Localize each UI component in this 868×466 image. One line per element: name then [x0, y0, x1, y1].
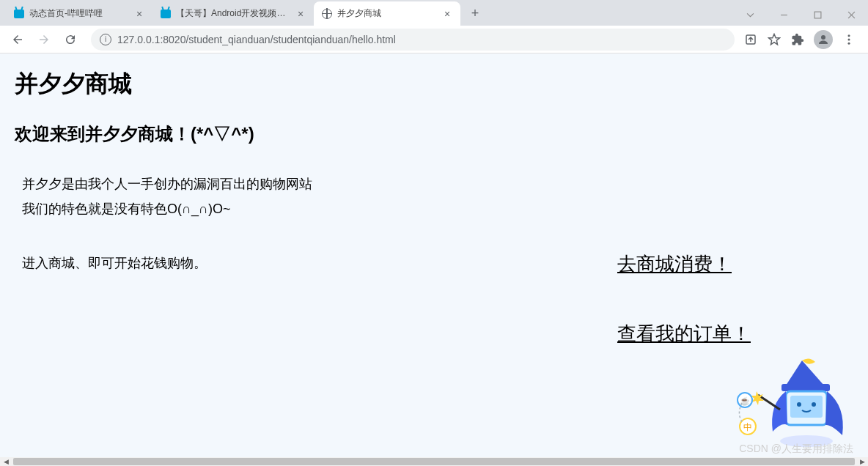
close-icon[interactable]: × — [295, 8, 306, 20]
svg-point-11 — [812, 402, 816, 407]
svg-point-3 — [821, 35, 825, 40]
info-icon[interactable]: i — [100, 34, 111, 45]
new-tab-button[interactable]: + — [465, 4, 485, 24]
tab-bilibili-home[interactable]: 动态首页-哔哩哔哩 × — [6, 1, 152, 26]
reload-button[interactable] — [59, 28, 82, 51]
profile-avatar[interactable] — [814, 30, 833, 49]
minimize-button[interactable] — [767, 4, 801, 26]
bilibili-icon — [13, 8, 25, 20]
view-orders-link[interactable]: 查看我的订单！ — [617, 321, 751, 347]
url-text: 127.0.0.1:8020/student_qianduan/studentq… — [117, 34, 396, 45]
forward-button[interactable] — [32, 28, 56, 51]
tab-bingxixi-shop[interactable]: 并夕夕商城 × — [314, 1, 460, 26]
globe-icon — [321, 8, 333, 20]
close-icon[interactable]: × — [441, 8, 453, 20]
svg-point-6 — [848, 42, 850, 44]
share-icon[interactable] — [743, 32, 758, 47]
tab-title: 并夕夕商城 — [337, 7, 437, 20]
maximize-button[interactable] — [801, 4, 834, 26]
close-icon[interactable]: × — [133, 8, 145, 20]
tab-android-tutorial[interactable]: 【天哥】Android开发视频教程 × — [152, 1, 314, 26]
intro-line-1: 并夕夕是由我个人一手创办的漏洞百出的购物网站 — [22, 175, 853, 193]
bookmark-icon[interactable] — [767, 32, 781, 47]
svg-rect-1 — [814, 12, 821, 18]
svg-rect-9 — [790, 396, 823, 418]
scroll-left-arrow[interactable]: ◀ — [0, 458, 12, 465]
intro-line-2: 我们的特色就是没有特色O(∩_∩)O~ — [22, 200, 853, 218]
scroll-thumb[interactable] — [13, 458, 855, 465]
mascot-image: ☕ 中 — [729, 355, 861, 450]
tab-title: 动态首页-哔哩哔哩 — [29, 7, 129, 20]
horizontal-scrollbar[interactable]: ◀ ▶ — [0, 457, 868, 466]
dropdown-icon[interactable] — [733, 4, 767, 26]
svg-point-10 — [797, 402, 801, 407]
close-window-button[interactable] — [834, 4, 868, 26]
page-content: 并夕夕商城 欢迎来到并夕夕商城！(*^▽^*) 并夕夕是由我个人一手创办的漏洞百… — [0, 53, 868, 457]
browser-tab-bar: 动态首页-哔哩哔哩 × 【天哥】Android开发视频教程 × 并夕夕商城 × … — [0, 0, 868, 26]
bilibili-icon — [160, 8, 172, 20]
extensions-icon[interactable] — [790, 32, 805, 47]
address-bar: i 127.0.0.1:8020/student_qianduan/studen… — [0, 26, 868, 53]
menu-icon[interactable] — [842, 32, 856, 47]
svg-text:中: 中 — [743, 422, 752, 432]
page-title: 并夕夕商城 — [15, 68, 853, 100]
back-button[interactable] — [6, 28, 29, 51]
go-shopping-link[interactable]: 去商城消费！ — [617, 251, 751, 277]
url-bar[interactable]: i 127.0.0.1:8020/student_qianduan/studen… — [91, 29, 735, 51]
welcome-heading: 欢迎来到并夕夕商城！(*^▽^*) — [15, 122, 853, 146]
svg-point-5 — [848, 38, 850, 40]
watermark: CSDN @人生要用排除法 — [739, 443, 853, 456]
scroll-right-arrow[interactable]: ▶ — [856, 458, 868, 465]
svg-point-4 — [848, 34, 850, 37]
tab-title: 【天哥】Android开发视频教程 — [176, 7, 290, 20]
